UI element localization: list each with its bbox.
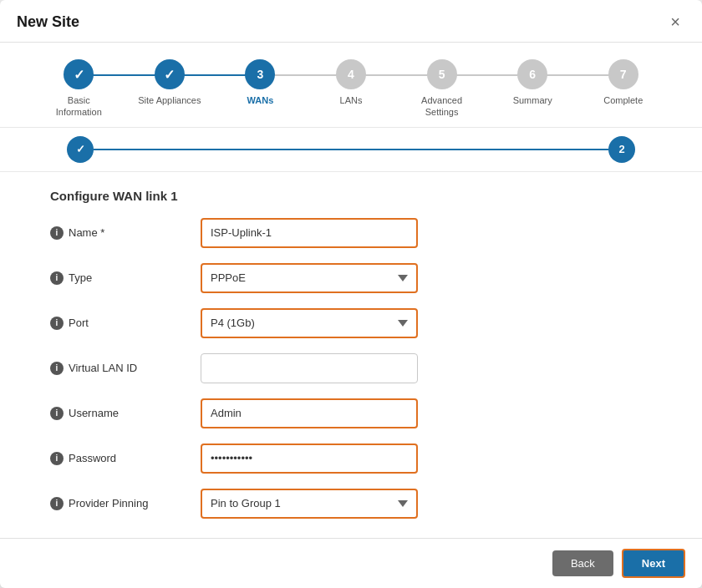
sub-step-2: 2: [608, 136, 635, 163]
label-password: i Password: [50, 452, 201, 465]
info-icon-password: i: [50, 452, 64, 465]
wizard-steps: ✓ BasicInformation ✓ Site Appliances 3 W…: [0, 43, 702, 128]
sub-line-filled: [94, 149, 608, 150]
step-number-complete: 7: [620, 68, 627, 81]
label-provider-pinning-text: Provider Pinning: [69, 497, 148, 509]
sub-wizard: ✓ 2: [0, 128, 702, 172]
sub-step-1: ✓: [67, 136, 94, 163]
info-icon-name: i: [50, 226, 64, 240]
step-advanced-settings[interactable]: 5 AdvancedSettings: [396, 59, 487, 119]
step-wans[interactable]: 3 WANs: [215, 59, 306, 106]
username-input[interactable]: [201, 398, 418, 428]
info-icon-vlan: i: [50, 362, 64, 375]
modal-title: New Site: [17, 13, 79, 31]
modal-footer: Back Next: [0, 538, 702, 588]
form-row-password: i Password: [50, 444, 652, 474]
label-vlan-text: Virtual LAN ID: [69, 362, 137, 374]
step-summary[interactable]: 6 Summary: [487, 59, 578, 106]
label-provider-pinning: i Provider Pinning: [50, 497, 201, 510]
step-label-complete: Complete: [603, 94, 643, 106]
type-select[interactable]: PPPoE DHCP Static: [201, 263, 418, 293]
step-basic-info[interactable]: ✓ BasicInformation: [33, 59, 125, 119]
form-row-username: i Username: [50, 398, 652, 428]
step-number-wans: 3: [257, 68, 264, 81]
name-input[interactable]: [201, 218, 418, 248]
label-vlan: i Virtual LAN ID: [50, 362, 201, 375]
step-label-summary: Summary: [513, 94, 552, 106]
step-number-advanced: 5: [439, 68, 445, 81]
label-username: i Username: [50, 407, 201, 420]
info-icon-provider-pinning: i: [50, 497, 64, 510]
modal-header: New Site ×: [0, 0, 702, 43]
step-label-site-appliances: Site Appliances: [138, 94, 201, 106]
label-username-text: Username: [69, 407, 119, 419]
label-port-text: Port: [69, 317, 89, 329]
modal-body: Configure WAN link 1 i Name * i Type PPP…: [0, 172, 702, 538]
info-icon-type: i: [50, 271, 64, 285]
label-password-text: Password: [69, 452, 116, 464]
next-button[interactable]: Next: [622, 549, 685, 578]
step-circle-site-appliances: ✓: [155, 59, 185, 89]
provider-pinning-select[interactable]: Pin to Group 1 Pin to Group 2 None: [201, 489, 418, 519]
step-complete[interactable]: 7 Complete: [577, 59, 669, 106]
label-name-text: Name *: [69, 226, 104, 239]
vlan-input[interactable]: [201, 353, 418, 383]
password-input[interactable]: [201, 444, 418, 474]
section-title: Configure WAN link 1: [50, 189, 652, 203]
step-label-wans: WANs: [247, 94, 274, 106]
step-circle-summary: 6: [517, 59, 547, 89]
label-port: i Port: [50, 317, 201, 330]
step-circle-basic-info: ✓: [64, 59, 94, 89]
checkmark-icon-2: ✓: [164, 67, 175, 83]
close-button[interactable]: ×: [665, 12, 685, 32]
back-button[interactable]: Back: [552, 550, 613, 576]
form-row-type: i Type PPPoE DHCP Static: [50, 263, 652, 293]
label-type-text: Type: [69, 271, 92, 284]
form-row-provider-pinning: i Provider Pinning Pin to Group 1 Pin to…: [50, 489, 652, 519]
step-number-summary: 6: [529, 68, 536, 81]
form-row-name: i Name *: [50, 218, 652, 248]
step-lans[interactable]: 4 LANs: [306, 59, 397, 106]
step-site-appliances[interactable]: ✓ Site Appliances: [125, 59, 216, 106]
step-number-lans: 4: [348, 68, 354, 81]
label-type: i Type: [50, 271, 201, 285]
step-circle-complete: 7: [608, 59, 638, 89]
checkmark-icon: ✓: [74, 67, 84, 83]
form-row-port: i Port P4 (1Gb) P1 (1Gb) P2 (1Gb) P3 (1G…: [50, 308, 652, 338]
info-icon-port: i: [50, 317, 64, 330]
info-icon-username: i: [50, 407, 64, 420]
step-circle-lans: 4: [336, 59, 366, 89]
step-circle-wans: 3: [245, 59, 275, 89]
step-label-basic-info: BasicInformation: [56, 94, 102, 119]
step-label-advanced: AdvancedSettings: [421, 94, 462, 119]
new-site-modal: New Site × ✓ BasicInformation ✓ Site App…: [0, 0, 702, 588]
sub-step-1-icon: ✓: [76, 143, 85, 155]
sub-step-2-label: 2: [618, 143, 624, 155]
step-circle-advanced: 5: [427, 59, 457, 89]
label-name: i Name *: [50, 226, 201, 240]
step-label-lans: LANs: [340, 94, 363, 106]
port-select[interactable]: P4 (1Gb) P1 (1Gb) P2 (1Gb) P3 (1Gb): [201, 308, 418, 338]
form-row-vlan: i Virtual LAN ID: [50, 353, 652, 383]
